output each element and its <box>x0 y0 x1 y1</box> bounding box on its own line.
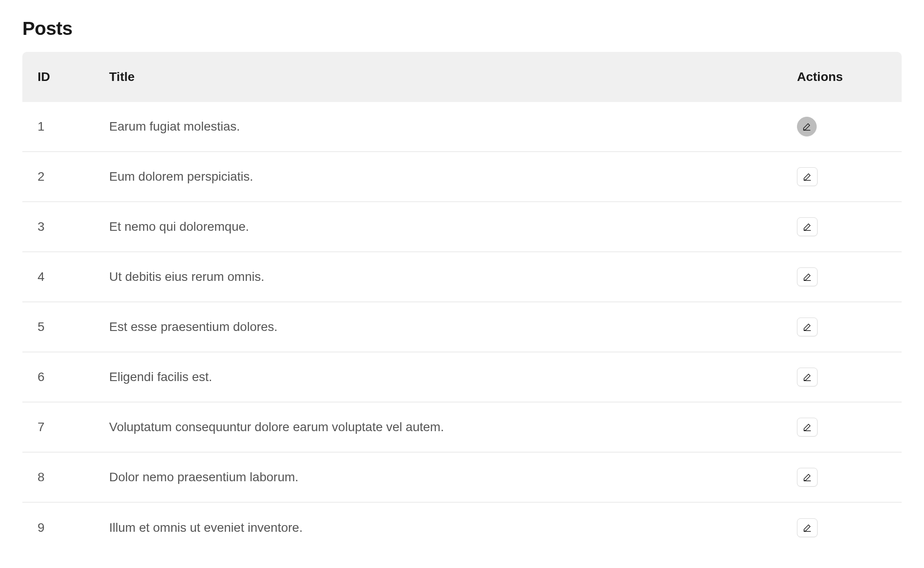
cell-title: Et nemo qui doloremque. <box>109 220 797 234</box>
cell-id: 3 <box>38 220 109 234</box>
edit-button[interactable] <box>797 368 818 386</box>
table-row: 5Est esse praesentium dolores. <box>22 302 902 352</box>
edit-icon <box>802 523 812 533</box>
table-row: 6Eligendi facilis est. <box>22 352 902 403</box>
table-row: 1Earum fugiat molestias. <box>22 102 902 152</box>
edit-icon <box>802 422 812 432</box>
edit-icon <box>802 272 812 282</box>
posts-table: ID Title Actions 1Earum fugiat molestias… <box>22 52 902 553</box>
cell-id: 9 <box>38 521 109 535</box>
table-row: 3Et nemo qui doloremque. <box>22 202 902 252</box>
table-body: 1Earum fugiat molestias. 2Eum dolorem pe… <box>22 102 902 553</box>
edit-button[interactable] <box>797 518 818 537</box>
cell-id: 6 <box>38 370 109 384</box>
column-header-id: ID <box>38 70 109 84</box>
edit-button[interactable] <box>797 117 817 136</box>
column-header-actions: Actions <box>797 70 886 84</box>
table-header-row: ID Title Actions <box>22 52 902 102</box>
edit-icon <box>802 122 812 131</box>
cell-title: Eligendi facilis est. <box>109 370 797 384</box>
cell-actions <box>797 267 886 286</box>
cell-id: 1 <box>38 119 109 134</box>
page-title: Posts <box>22 18 902 39</box>
cell-id: 2 <box>38 170 109 184</box>
edit-button[interactable] <box>797 167 818 186</box>
table-row: 7Voluptatum consequuntur dolore earum vo… <box>22 403 902 453</box>
table-row: 9Illum et omnis ut eveniet inventore. <box>22 503 902 553</box>
cell-title: Earum fugiat molestias. <box>109 119 797 134</box>
cell-title: Dolor nemo praesentium laborum. <box>109 470 797 484</box>
cell-id: 4 <box>38 270 109 284</box>
edit-icon <box>802 172 812 182</box>
table-row: 4Ut debitis eius rerum omnis. <box>22 252 902 302</box>
cell-title: Est esse praesentium dolores. <box>109 320 797 334</box>
edit-icon <box>802 372 812 382</box>
edit-button[interactable] <box>797 318 818 336</box>
cell-id: 7 <box>38 420 109 434</box>
edit-button[interactable] <box>797 217 818 236</box>
edit-button[interactable] <box>797 267 818 286</box>
cell-actions <box>797 117 886 136</box>
cell-id: 8 <box>38 470 109 484</box>
edit-icon <box>802 322 812 332</box>
table-row: 8Dolor nemo praesentium laborum. <box>22 453 902 503</box>
edit-button[interactable] <box>797 418 818 437</box>
cell-id: 5 <box>38 320 109 334</box>
cell-title: Ut debitis eius rerum omnis. <box>109 270 797 284</box>
edit-button[interactable] <box>797 468 818 487</box>
cell-actions <box>797 368 886 386</box>
cell-actions <box>797 468 886 487</box>
cell-actions <box>797 418 886 437</box>
column-header-title: Title <box>109 70 797 84</box>
cell-actions <box>797 518 886 537</box>
edit-icon <box>802 222 812 232</box>
cell-actions <box>797 217 886 236</box>
edit-icon <box>802 472 812 482</box>
cell-title: Eum dolorem perspiciatis. <box>109 170 797 184</box>
cell-actions <box>797 167 886 186</box>
cell-title: Voluptatum consequuntur dolore earum vol… <box>109 420 797 434</box>
cell-actions <box>797 318 886 336</box>
cell-title: Illum et omnis ut eveniet inventore. <box>109 521 797 535</box>
table-row: 2Eum dolorem perspiciatis. <box>22 152 902 202</box>
